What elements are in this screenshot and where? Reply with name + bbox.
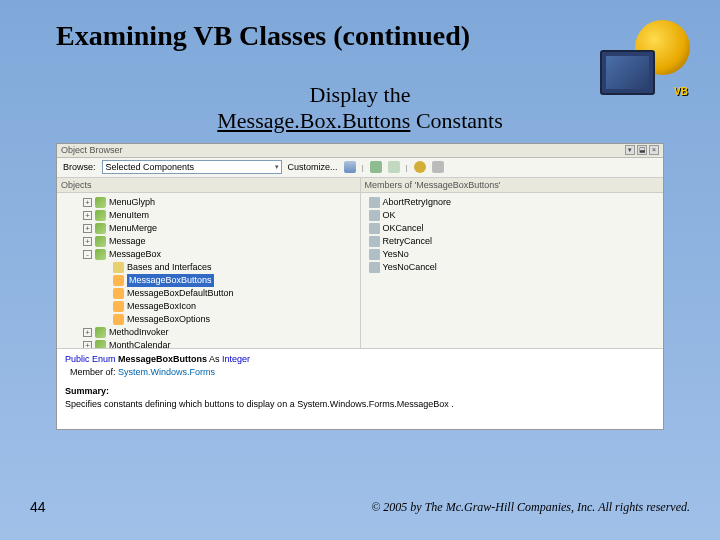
constant-icon <box>369 236 380 247</box>
object-browser-window: Object Browser ▾ ⬓ × Browse: Selected Co… <box>56 143 664 430</box>
member-label: AbortRetryIgnore <box>383 196 452 209</box>
member-item[interactable]: RetryCancel <box>363 235 662 248</box>
expand-icon[interactable]: + <box>83 198 92 207</box>
enum-icon <box>113 314 124 325</box>
toolbar: Browse: Selected Components Customize...… <box>57 158 663 178</box>
member-label: OK <box>383 209 396 222</box>
member-item[interactable]: OKCancel <box>363 222 662 235</box>
tree-item-label: MonthCalendar <box>109 339 171 348</box>
expand-icon[interactable]: + <box>83 341 92 348</box>
tree-item[interactable]: +MenuGlyph <box>59 196 358 209</box>
collapse-icon[interactable]: - <box>83 250 92 259</box>
objects-pane: Objects +MenuGlyph+MenuItem+MenuMerge+Me… <box>57 178 361 348</box>
class-icon <box>95 340 106 348</box>
members-header: Members of 'MessageBoxButtons' <box>361 178 664 193</box>
objects-tree[interactable]: +MenuGlyph+MenuItem+MenuMerge+Message-Me… <box>57 193 360 348</box>
member-label: RetryCancel <box>383 235 433 248</box>
browse-dropdown[interactable]: Selected Components <box>102 160 282 174</box>
find-icon[interactable] <box>414 161 426 173</box>
tree-item[interactable]: Bases and Interfaces <box>59 261 358 274</box>
page-number: 44 <box>30 499 46 515</box>
customize-link[interactable]: Customize... <box>288 162 338 172</box>
tree-item-label: MessageBoxOptions <box>127 313 210 326</box>
tree-item-label: MessageBoxIcon <box>127 300 196 313</box>
back-icon[interactable] <box>370 161 382 173</box>
dropdown-button[interactable]: ▾ <box>625 145 635 155</box>
tree-item[interactable]: +MenuMerge <box>59 222 358 235</box>
class-icon <box>95 327 106 338</box>
tree-item[interactable]: +MonthCalendar <box>59 339 358 348</box>
tree-item-label: MessageBox <box>109 248 161 261</box>
separator: | <box>406 163 408 172</box>
enum-icon <box>113 301 124 312</box>
tool-icon-2[interactable] <box>432 161 444 173</box>
close-button[interactable]: × <box>649 145 659 155</box>
class-icon <box>95 210 106 221</box>
member-item[interactable]: OK <box>363 209 662 222</box>
class-icon <box>95 197 106 208</box>
class-icon <box>95 236 106 247</box>
tree-item[interactable]: MessageBoxIcon <box>59 300 358 313</box>
tree-item-label: Message <box>109 235 146 248</box>
copyright: © 2005 by The Mc.Graw-Hill Companies, In… <box>371 500 690 515</box>
expand-icon[interactable]: + <box>83 224 92 233</box>
member-item[interactable]: AbortRetryIgnore <box>363 196 662 209</box>
constant-icon <box>369 262 380 273</box>
tree-item-label: MenuMerge <box>109 222 157 235</box>
members-pane: Members of 'MessageBoxButtons' AbortRetr… <box>361 178 664 348</box>
member-label: OKCancel <box>383 222 424 235</box>
class-icon <box>95 223 106 234</box>
objects-header: Objects <box>57 178 360 193</box>
enum-icon <box>113 275 124 286</box>
vb-badge: VB <box>674 86 688 97</box>
tree-item[interactable]: MessageBoxButtons <box>59 274 358 287</box>
tree-item-label: Bases and Interfaces <box>127 261 212 274</box>
tree-item-label: MessageBoxButtons <box>127 274 214 287</box>
constant-icon <box>369 223 380 234</box>
tree-item-label: MessageBoxDefaultButton <box>127 287 234 300</box>
browse-label: Browse: <box>63 162 96 172</box>
member-label: YesNoCancel <box>383 261 437 274</box>
constant-icon <box>369 197 380 208</box>
summary-heading: Summary: <box>65 385 655 398</box>
constant-icon <box>369 249 380 260</box>
forward-icon[interactable] <box>388 161 400 173</box>
expand-icon[interactable]: + <box>83 211 92 220</box>
tree-item[interactable]: +Message <box>59 235 358 248</box>
enum-icon <box>113 288 124 299</box>
tree-item[interactable]: +MenuItem <box>59 209 358 222</box>
members-list[interactable]: AbortRetryIgnoreOKOKCancelRetryCancelYes… <box>361 193 664 277</box>
member-of-line: Member of: System.Windows.Forms <box>65 366 655 379</box>
expand-icon[interactable]: + <box>83 328 92 337</box>
window-title: Object Browser <box>61 145 123 155</box>
tree-item[interactable]: +MethodInvoker <box>59 326 358 339</box>
sort-icon[interactable] <box>344 161 356 173</box>
signature-line: Public Enum MessageBoxButtons As Integer <box>65 353 655 366</box>
member-item[interactable]: YesNo <box>363 248 662 261</box>
separator: | <box>362 163 364 172</box>
tree-item[interactable]: MessageBoxDefaultButton <box>59 287 358 300</box>
tree-item-label: MenuItem <box>109 209 149 222</box>
corner-decoration: VB <box>600 20 690 95</box>
tree-item[interactable]: MessageBoxOptions <box>59 313 358 326</box>
folder-icon <box>113 262 124 273</box>
titlebar: Object Browser ▾ ⬓ × <box>57 144 663 158</box>
detail-pane: Public Enum MessageBoxButtons As Integer… <box>57 348 663 429</box>
tree-item[interactable]: -MessageBox <box>59 248 358 261</box>
member-label: YesNo <box>383 248 409 261</box>
constant-icon <box>369 210 380 221</box>
pin-button[interactable]: ⬓ <box>637 145 647 155</box>
summary-text: Specifies constants defining which butto… <box>65 398 655 411</box>
tree-item-label: MethodInvoker <box>109 326 169 339</box>
expand-icon[interactable]: + <box>83 237 92 246</box>
tree-item-label: MenuGlyph <box>109 196 155 209</box>
member-item[interactable]: YesNoCancel <box>363 261 662 274</box>
class-icon <box>95 249 106 260</box>
monitor-icon <box>600 50 655 95</box>
